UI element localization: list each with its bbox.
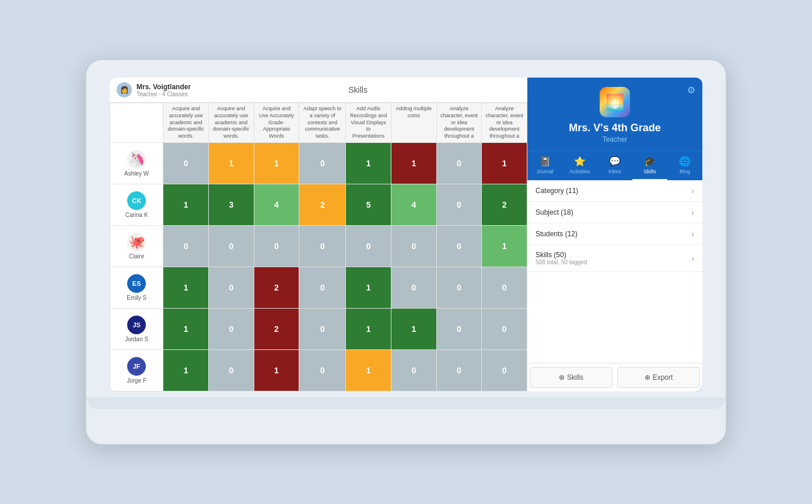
score-cell-3-5[interactable]: 0 [391, 267, 436, 308]
score-cell-3-3[interactable]: 0 [299, 267, 346, 308]
score-cell-0-1[interactable]: 1 [209, 142, 254, 184]
filter-category[interactable]: Category (11) › [527, 180, 702, 202]
tab-skills-label: Skills [643, 169, 656, 174]
score-cell-0-7[interactable]: 1 [482, 142, 527, 184]
score-cell-1-1[interactable]: 3 [209, 184, 254, 225]
filter-subject-label: Subject (18) [536, 208, 573, 216]
right-panel: ⚙ 🌅 Mrs. V's 4th Grade Teacher 📓 Journal… [527, 78, 702, 391]
gear-icon[interactable]: ⚙ [687, 85, 695, 96]
score-cell-2-4[interactable]: 0 [346, 225, 391, 267]
tab-inbox-label: Inbox [608, 169, 621, 174]
export-button[interactable]: ⊕ Export [617, 367, 700, 388]
score-cell-0-3[interactable]: 0 [299, 142, 346, 184]
student-name-0: Ashley W [124, 170, 149, 177]
tab-blog[interactable]: 🌐 Blog [667, 151, 702, 180]
tab-blog-label: Blog [680, 169, 690, 174]
score-cell-1-3[interactable]: 2 [299, 184, 346, 225]
score-cell-0-6[interactable]: 0 [436, 142, 482, 184]
score-cell-5-2[interactable]: 1 [254, 349, 299, 391]
laptop-frame: 👩 Mrs. Voigtlander Teacher · 4 Classes S… [85, 59, 727, 444]
journal-icon: 📓 [539, 156, 551, 167]
teacher-role: Teacher · 4 Classes [136, 91, 191, 97]
student-cell-0[interactable]: 🦄Ashley W [110, 142, 163, 184]
score-cell-1-2[interactable]: 4 [254, 184, 299, 225]
filter-skills-label: Skills (50) [536, 251, 587, 259]
score-cell-4-7[interactable]: 0 [482, 308, 527, 349]
export-label: Export [653, 373, 673, 382]
score-cell-0-2[interactable]: 1 [254, 142, 299, 184]
score-cell-4-2[interactable]: 2 [254, 308, 299, 349]
score-cell-2-0[interactable]: 0 [163, 225, 209, 267]
score-cell-4-6[interactable]: 0 [436, 308, 482, 349]
class-header: ⚙ 🌅 Mrs. V's 4th Grade Teacher [527, 78, 702, 150]
col-header-4: Add Audio Recordings and Visual Displays… [346, 103, 391, 142]
score-cell-2-7[interactable]: 1 [482, 225, 527, 267]
score-cell-3-1[interactable]: 0 [209, 267, 254, 308]
tab-journal-label: Journal [536, 169, 554, 174]
score-cell-0-0[interactable]: 0 [163, 142, 209, 184]
student-cell-3[interactable]: ESEmily S [110, 267, 163, 308]
score-cell-1-4[interactable]: 5 [346, 184, 391, 225]
score-cell-4-0[interactable]: 1 [163, 308, 209, 349]
score-cell-5-6[interactable]: 0 [436, 349, 482, 391]
filter-students-label: Students (12) [536, 230, 578, 238]
filter-category-label: Category (11) [536, 187, 578, 195]
student-name-5: Jorge F [127, 377, 146, 384]
student-cell-4[interactable]: JSJordan S [110, 308, 163, 349]
col-header-3: Adapt speech to a variety of contexts an… [299, 103, 346, 142]
score-cell-4-3[interactable]: 0 [299, 308, 346, 349]
teacher-info: Mrs. Voigtlander Teacher · 4 Classes [136, 83, 191, 97]
score-cell-4-4[interactable]: 1 [346, 308, 391, 349]
filter-skills[interactable]: Skills (50) 508 total, 50 tagged › [527, 245, 702, 272]
student-cell-5[interactable]: JFJorge F [110, 349, 163, 391]
score-cell-1-0[interactable]: 1 [163, 184, 209, 225]
score-cell-5-4[interactable]: 1 [346, 349, 391, 391]
filter-skills-sub: 508 total, 50 tagged [536, 259, 587, 265]
class-name: Mrs. V's 4th Grade [569, 122, 660, 134]
chevron-right-icon-4: › [691, 254, 694, 263]
student-name-3: Emily S [127, 295, 146, 301]
score-cell-1-7[interactable]: 2 [482, 184, 527, 225]
score-cell-3-6[interactable]: 0 [436, 267, 482, 308]
skills-table: Acquire and accurately use academic and … [110, 103, 527, 391]
score-cell-5-7[interactable]: 0 [482, 349, 527, 391]
filter-subject[interactable]: Subject (18) › [527, 202, 702, 223]
score-cell-3-2[interactable]: 2 [254, 267, 299, 308]
score-cell-3-7[interactable]: 0 [482, 267, 527, 308]
score-cell-5-5[interactable]: 0 [391, 349, 436, 391]
score-cell-2-1[interactable]: 0 [209, 225, 254, 267]
table-row: ESEmily S10201000 [110, 267, 527, 308]
score-cell-1-6[interactable]: 0 [436, 184, 482, 225]
score-cell-4-5[interactable]: 1 [391, 308, 436, 349]
add-skills-button[interactable]: ⊕ Skills [530, 367, 612, 388]
chevron-right-icon-2: › [691, 208, 694, 217]
tab-journal[interactable]: 📓 Journal [527, 151, 562, 180]
filter-students[interactable]: Students (12) › [527, 223, 702, 245]
tab-activities[interactable]: ⭐ Activities [562, 151, 597, 180]
score-cell-5-1[interactable]: 0 [209, 349, 254, 391]
score-cell-3-0[interactable]: 1 [163, 267, 209, 308]
tab-inbox[interactable]: 💬 Inbox [597, 151, 632, 180]
score-cell-5-0[interactable]: 1 [163, 349, 209, 391]
score-cell-2-2[interactable]: 0 [254, 225, 299, 267]
tab-skills[interactable]: 🎓 Skills [632, 151, 667, 180]
student-cell-2[interactable]: 🐙Claire [110, 225, 163, 267]
laptop-base [86, 397, 726, 409]
col-header-2: Acquire and Use Accurately Grade-Appropr… [254, 103, 299, 142]
student-cell-1[interactable]: CKCarina K [110, 184, 163, 225]
score-cell-4-1[interactable]: 0 [209, 308, 254, 349]
col-header-7: Analyze character, event or idea develop… [482, 103, 527, 142]
class-icon: 🌅 [600, 87, 630, 117]
score-cell-5-3[interactable]: 0 [299, 349, 346, 391]
score-cell-2-6[interactable]: 0 [436, 225, 482, 267]
score-cell-0-5[interactable]: 1 [391, 142, 436, 184]
activities-icon: ⭐ [574, 156, 586, 167]
skills-grid: Acquire and accurately use academic and … [110, 103, 527, 391]
score-cell-2-3[interactable]: 0 [299, 225, 346, 267]
score-cell-0-4[interactable]: 1 [346, 142, 391, 184]
plus-icon-export: ⊕ [645, 373, 650, 382]
tab-activities-label: Activities [569, 169, 590, 174]
score-cell-3-4[interactable]: 1 [346, 267, 391, 308]
score-cell-2-5[interactable]: 0 [391, 225, 436, 267]
score-cell-1-5[interactable]: 4 [391, 184, 436, 225]
